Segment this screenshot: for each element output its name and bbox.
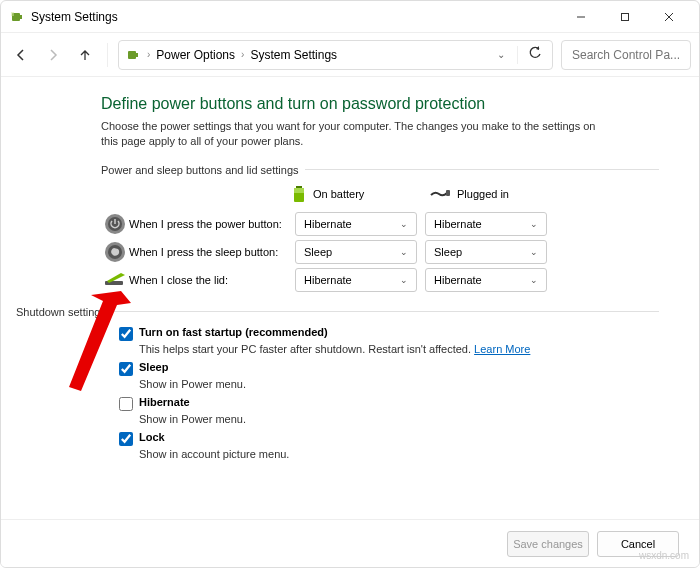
- refresh-button[interactable]: [524, 46, 546, 63]
- svg-rect-8: [136, 53, 138, 57]
- select-power-battery[interactable]: Hibernate⌄: [295, 212, 417, 236]
- select-lid-battery[interactable]: Hibernate⌄: [295, 268, 417, 292]
- row-sleep-button: When I press the sleep button: Sleep⌄ Sl…: [101, 240, 659, 264]
- label-lock: Lock: [139, 431, 165, 443]
- breadcrumb-bar[interactable]: › Power Options › System Settings ⌄: [118, 40, 553, 70]
- row-power-button-label: When I press the power button:: [129, 218, 295, 230]
- watermark: wsxdn.com: [639, 550, 689, 561]
- sub-fast-startup: This helps start your PC faster after sh…: [139, 343, 659, 355]
- page-heading: Define power buttons and turn on passwor…: [101, 95, 659, 113]
- check-lock: Lock: [119, 431, 659, 446]
- col-plugged-label: Plugged in: [457, 188, 509, 200]
- svg-rect-1: [20, 15, 22, 19]
- sub-hibernate: Show in Power menu.: [139, 413, 659, 425]
- save-button[interactable]: Save changes: [507, 531, 589, 557]
- power-button-icon: [104, 213, 126, 235]
- maximize-button[interactable]: [603, 3, 647, 31]
- svg-rect-7: [128, 51, 136, 59]
- learn-more-link[interactable]: Learn More: [474, 343, 530, 355]
- checkbox-hibernate[interactable]: [119, 397, 133, 411]
- svg-rect-4: [622, 13, 629, 20]
- battery-icon: [291, 184, 307, 204]
- row-power-button: When I press the power button: Hibernate…: [101, 212, 659, 236]
- up-button[interactable]: [73, 43, 97, 67]
- power-options-icon: [125, 47, 141, 63]
- toolbar: › Power Options › System Settings ⌄: [1, 33, 699, 77]
- search-box[interactable]: [561, 40, 691, 70]
- row-close-lid: When I close the lid: Hibernate⌄ Hiberna…: [101, 268, 659, 292]
- search-input[interactable]: [570, 47, 682, 63]
- row-sleep-button-label: When I press the sleep button:: [129, 246, 295, 258]
- chevron-right-icon: ›: [145, 49, 152, 60]
- check-hibernate: Hibernate: [119, 396, 659, 411]
- plug-icon: [429, 187, 451, 201]
- titlebar: System Settings: [1, 1, 699, 33]
- battery-app-icon: [9, 9, 25, 25]
- row-close-lid-label: When I close the lid:: [129, 274, 295, 286]
- footer: Save changes Cancel: [1, 519, 699, 567]
- select-power-plugged[interactable]: Hibernate⌄: [425, 212, 547, 236]
- window-title: System Settings: [31, 10, 559, 24]
- svg-rect-9: [296, 186, 302, 188]
- sub-lock: Show in account picture menu.: [139, 448, 659, 460]
- chevron-right-icon: ›: [239, 49, 246, 60]
- col-battery-label: On battery: [313, 188, 364, 200]
- page-description: Choose the power settings that you want …: [101, 119, 601, 150]
- select-sleep-battery[interactable]: Sleep⌄: [295, 240, 417, 264]
- minimize-button[interactable]: [559, 3, 603, 31]
- check-sleep: Sleep: [119, 361, 659, 376]
- forward-button[interactable]: [41, 43, 65, 67]
- section-shutdown-label: Shutdown settings: [16, 306, 659, 318]
- svg-rect-12: [446, 190, 450, 196]
- breadcrumb-system-settings[interactable]: System Settings: [250, 48, 337, 62]
- column-headers: On battery Plugged in: [291, 184, 659, 204]
- label-hibernate: Hibernate: [139, 396, 190, 408]
- check-fast-startup: Turn on fast startup (recommended): [119, 326, 659, 341]
- close-button[interactable]: [647, 3, 691, 31]
- svg-rect-11: [294, 188, 304, 193]
- sub-sleep: Show in Power menu.: [139, 378, 659, 390]
- checkbox-fast-startup[interactable]: [119, 327, 133, 341]
- content-area: Define power buttons and turn on passwor…: [1, 77, 699, 460]
- sleep-button-icon: [104, 241, 126, 263]
- select-lid-plugged[interactable]: Hibernate⌄: [425, 268, 547, 292]
- breadcrumb-power-options[interactable]: Power Options: [156, 48, 235, 62]
- svg-rect-2: [11, 12, 14, 16]
- checkbox-sleep[interactable]: [119, 362, 133, 376]
- section-power-sleep-label: Power and sleep buttons and lid settings: [101, 164, 659, 176]
- breadcrumb-dropdown[interactable]: ⌄: [491, 49, 511, 60]
- label-sleep: Sleep: [139, 361, 168, 373]
- label-fast-startup: Turn on fast startup (recommended): [139, 326, 328, 338]
- select-sleep-plugged[interactable]: Sleep⌄: [425, 240, 547, 264]
- back-button[interactable]: [9, 43, 33, 67]
- checkbox-lock[interactable]: [119, 432, 133, 446]
- lid-icon: [103, 271, 127, 289]
